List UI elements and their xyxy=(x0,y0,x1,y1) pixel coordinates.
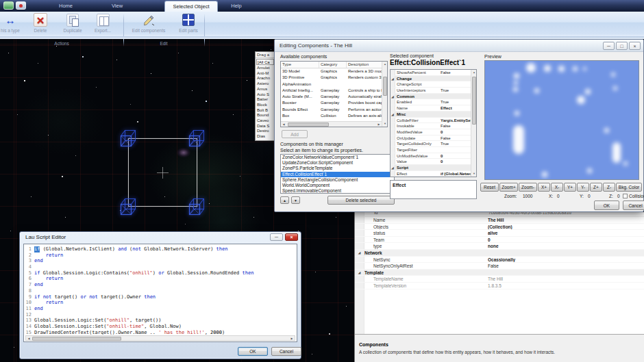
dialog-title-bar[interactable]: Editing Components - The Hill xyxy=(275,40,643,52)
list-item[interactable]: World.WorldComponent xyxy=(281,183,394,188)
ok-button[interactable]: OK xyxy=(238,347,268,356)
scroll-down-icon[interactable]: ▼ xyxy=(382,121,388,127)
script-editor-title-bar[interactable]: Lau Script Editor xyxy=(20,232,301,243)
scrollbar-thumb[interactable] xyxy=(32,337,121,341)
column-header-category[interactable]: Category xyxy=(319,62,347,68)
property-group[interactable]: ◢Network xyxy=(355,250,644,257)
scroll-down-icon[interactable]: ▼ xyxy=(471,171,477,177)
horizontal-scrollbar[interactable]: ◀ ▶ xyxy=(25,335,295,341)
preview-button-reset[interactable]: Reset xyxy=(480,183,499,192)
scrollbar-thumb[interactable] xyxy=(288,122,329,127)
code-editor[interactable]: 1if (Global.Network.IsClient) and (not G… xyxy=(24,246,297,335)
ok-button[interactable]: OK xyxy=(594,201,619,210)
property-row[interactable]: UnModifiedValue0 xyxy=(391,153,476,159)
table-row[interactable]: 3D ModelGraphicsRenders a 3D mode xyxy=(281,68,382,75)
table-row[interactable]: BoosterGameplayProvides boost caps xyxy=(281,100,382,106)
preview-button-x[interactable]: X+ xyxy=(538,183,550,192)
drag-panel-item[interactable]: Data S xyxy=(256,124,275,129)
scroll-up-icon[interactable]: ▲ xyxy=(382,62,388,67)
drag-panel-item[interactable]: Astero xyxy=(256,81,275,87)
selection-cube[interactable] xyxy=(188,129,206,147)
list-item[interactable]: ZonePS.ParticleTemplate xyxy=(281,166,394,171)
quick-access-icon[interactable] xyxy=(16,1,26,10)
property-row[interactable]: Team0 xyxy=(355,237,644,244)
vertical-scrollbar[interactable]: ▲ ▼ xyxy=(382,62,387,127)
list-item[interactable]: Effect.CollisionEffect`1 xyxy=(281,172,394,177)
cancel-button[interactable]: Cancel xyxy=(623,201,644,210)
preview-button-y[interactable]: Y- xyxy=(577,183,589,192)
drag-panel-item[interactable]: Auto S xyxy=(256,92,275,98)
scroll-right-icon[interactable]: ▶ xyxy=(376,122,382,127)
property-row[interactable]: NetSyncOnlyAtRestFalse xyxy=(355,263,644,270)
property-group[interactable]: ◢Change xyxy=(391,76,476,82)
preview-canvas[interactable] xyxy=(484,60,639,180)
property-row[interactable]: InvokableFalse xyxy=(391,123,476,129)
table-row[interactable]: AlphaAnimation xyxy=(281,81,382,88)
property-row[interactable]: OnUpdateFalse xyxy=(391,135,476,142)
property-row[interactable]: UseInterceptorsTrue xyxy=(391,88,476,94)
delete-button[interactable]: × Delete xyxy=(25,12,56,40)
scroll-right-icon[interactable]: ▶ xyxy=(289,336,295,341)
tab-view[interactable]: View xyxy=(103,1,132,12)
scroll-up-icon[interactable]: ▲ xyxy=(471,70,477,75)
list-item[interactable]: Speed.ImmovableComponent xyxy=(281,188,394,194)
property-group[interactable]: ◢Script xyxy=(391,165,476,171)
manager-component-list[interactable]: ZoneColor.NetworkValueComponent`1UpdateZ… xyxy=(280,154,395,194)
property-row[interactable]: CollideFilterYargis.EntitySelecto xyxy=(391,118,476,124)
component-property-grid[interactable]: ShowAsPercentFalse◢ChangeChangeScriptUse… xyxy=(390,69,477,177)
property-row[interactable]: ModifiedValue0 xyxy=(391,129,476,135)
table-row[interactable]: Artificial Intellig...GameplayControls a… xyxy=(281,88,382,94)
property-group[interactable]: ◢Common xyxy=(391,94,476,100)
table-row[interactable]: Auto Strafe (M...GameplayAutomatically s… xyxy=(281,94,382,100)
move-up-button[interactable]: ▲ xyxy=(280,196,289,204)
duplicate-button[interactable]: Duplicate xyxy=(56,12,89,40)
preview-button-y[interactable]: Y+ xyxy=(564,183,576,192)
list-item[interactable]: ZoneColor.NetworkValueComponent`1 xyxy=(281,155,394,160)
edit-parts-button[interactable]: Edit parts xyxy=(171,12,206,40)
property-row[interactable]: NetSyncOcassionally xyxy=(355,257,644,263)
drag-panel-item[interactable]: Block xyxy=(256,103,275,108)
property-row-id[interactable]: Id 7c6b80d4-463d-46f5-b0a8-119acb5c8a1d xyxy=(355,212,644,217)
table-row[interactable]: BoxCollisionDefines an axis-align xyxy=(281,113,382,119)
available-components-table[interactable]: TypeCategoryDescription 3D ModelGraphics… xyxy=(280,61,388,127)
column-header-type[interactable]: Type xyxy=(281,62,319,68)
property-group[interactable]: ◢Template xyxy=(355,270,644,276)
close-button[interactable]: × xyxy=(629,42,641,50)
tab-selected-object[interactable]: Selected Object xyxy=(164,1,218,12)
property-group[interactable]: ◢Misc xyxy=(391,112,476,118)
drag-panel-item[interactable]: Destro xyxy=(256,129,275,134)
drag-panel-item[interactable]: Bound xyxy=(256,113,275,118)
category-filter-dropdown[interactable]: [All Ca xyxy=(256,59,274,65)
preview-button-zoom[interactable]: Zoom+ xyxy=(499,183,518,192)
preview-button-z[interactable]: Z- xyxy=(603,183,615,192)
property-row[interactable]: TemplateVersion1.8.3.5 xyxy=(355,283,644,289)
add-button[interactable]: Add xyxy=(282,130,308,138)
selection-cube[interactable] xyxy=(119,129,137,147)
property-row[interactable]: Objects(Collection) xyxy=(355,224,644,231)
tab-home[interactable]: Home xyxy=(49,1,82,12)
vertical-scrollbar[interactable]: ▲ ▼ xyxy=(471,70,476,177)
property-row[interactable]: TemplateNameThe Hill xyxy=(355,276,644,283)
drag-panel-item[interactable]: Arachn xyxy=(256,76,275,81)
preview-button-zoom[interactable]: Zoom- xyxy=(519,183,537,192)
minimize-button[interactable]: ─ xyxy=(603,42,615,50)
drag-panel-item[interactable]: Bolt B xyxy=(256,108,275,114)
property-row[interactable]: TargetFilter xyxy=(391,147,476,153)
table-row[interactable]: Bounds EffectGameplayPerforms an action … xyxy=(281,107,382,113)
selection-cube[interactable] xyxy=(119,198,137,216)
selection-cube[interactable] xyxy=(188,198,206,216)
scroll-left-icon[interactable]: ◀ xyxy=(281,122,286,127)
property-row[interactable]: ChangeScript xyxy=(391,81,476,88)
cancel-button[interactable]: Cancel xyxy=(271,347,301,356)
property-row[interactable]: EnabledTrue xyxy=(391,99,476,105)
property-row[interactable]: TargetCollidedOnlyTrue xyxy=(391,141,476,147)
drag-panel-item[interactable]: Dias xyxy=(256,134,275,140)
list-item[interactable]: Sphere.RectangleCollisionComponent xyxy=(281,177,394,183)
maximize-button[interactable]: □ xyxy=(616,42,628,50)
horizontal-scrollbar[interactable]: ◀ ▶ xyxy=(281,121,382,127)
table-body[interactable]: 3D ModelGraphicsRenders a 3D mode3D Prim… xyxy=(281,68,382,121)
close-button[interactable]: × xyxy=(285,233,298,241)
property-row[interactable]: typenone xyxy=(355,243,644,250)
property-row[interactable]: statusalive xyxy=(355,230,644,237)
property-row[interactable]: Effectif (Global.Network.I xyxy=(391,171,476,177)
